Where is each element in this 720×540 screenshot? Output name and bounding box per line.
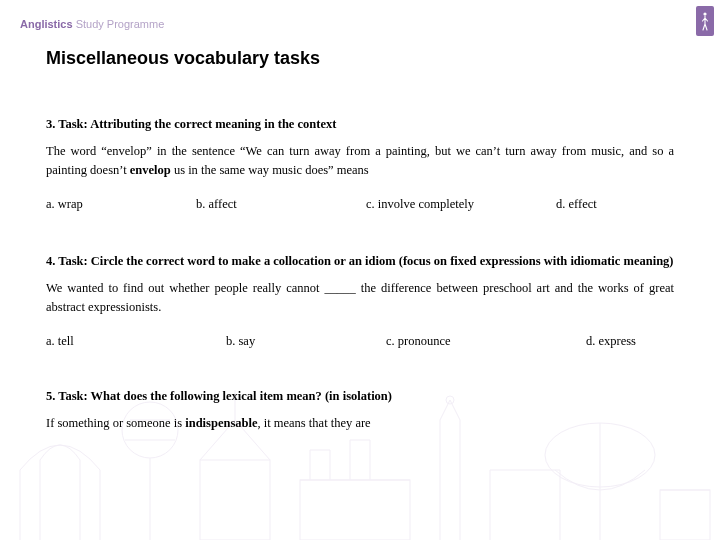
task5-body: If something or someone is indispensable… [46,414,674,433]
brand-light: Study Programme [73,18,165,30]
content: 3. Task: Attributing the correct meaning… [0,117,720,433]
task3-opt-a[interactable]: a. wrap [46,197,196,212]
task4-options: a. tell b. say c. pronounce d. express [46,334,674,349]
task3-opt-d[interactable]: d. effect [556,197,597,212]
page-title: Miscellaneous vocabulary tasks [46,48,720,69]
header: Anglistics Study Programme [0,0,720,30]
svg-point-0 [703,12,706,15]
person-icon [700,11,710,31]
svg-rect-5 [200,460,270,540]
task4-body: We wanted to find out whether people rea… [46,279,674,318]
task4-opt-d[interactable]: d. express [586,334,636,349]
svg-rect-12 [660,490,710,540]
brand-bold: Anglistics [20,18,73,30]
task3-opt-c[interactable]: c. involve completely [366,197,556,212]
task3-options: a. wrap b. affect c. involve completely … [46,197,674,212]
logo-badge [696,6,714,36]
task4-opt-a[interactable]: a. tell [46,334,226,349]
task3-opt-b[interactable]: b. affect [196,197,366,212]
task3-heading: 3. Task: Attributing the correct meaning… [46,117,674,132]
task3-body: The word “envelop” in the sentence “We c… [46,142,674,181]
task4-heading: 4. Task: Circle the correct word to make… [46,254,674,269]
svg-rect-7 [300,480,410,540]
task4-opt-c[interactable]: c. pronounce [386,334,586,349]
task5-heading: 5. Task: What does the following lexical… [46,389,674,404]
brand-line: Anglistics Study Programme [20,18,720,30]
task4-opt-b[interactable]: b. say [226,334,386,349]
